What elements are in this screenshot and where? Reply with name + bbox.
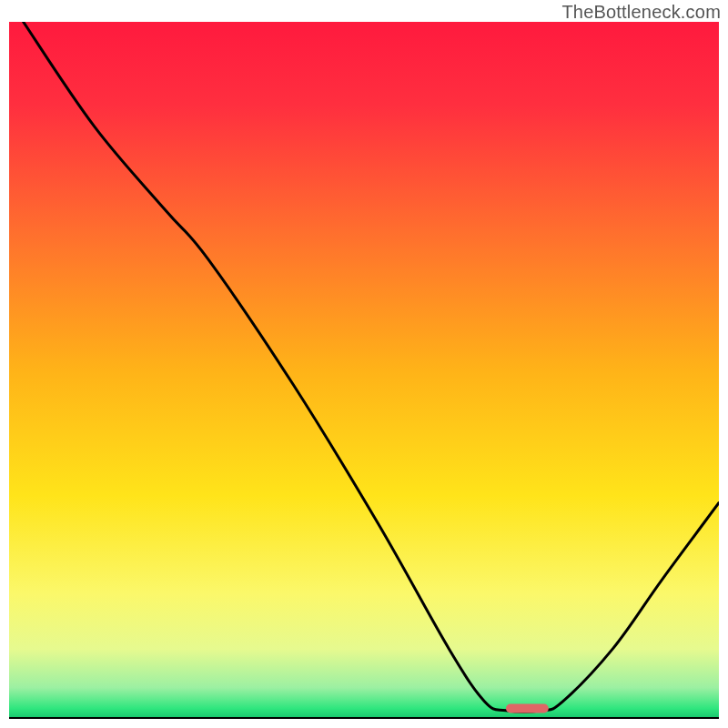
plot-area bbox=[9, 22, 719, 719]
optimal-range-marker bbox=[506, 704, 549, 713]
gradient-background bbox=[9, 22, 719, 719]
watermark-text: TheBottleneck.com bbox=[561, 2, 721, 23]
chart-stage: TheBottleneck.com bbox=[0, 0, 728, 728]
chart-svg bbox=[9, 22, 719, 719]
